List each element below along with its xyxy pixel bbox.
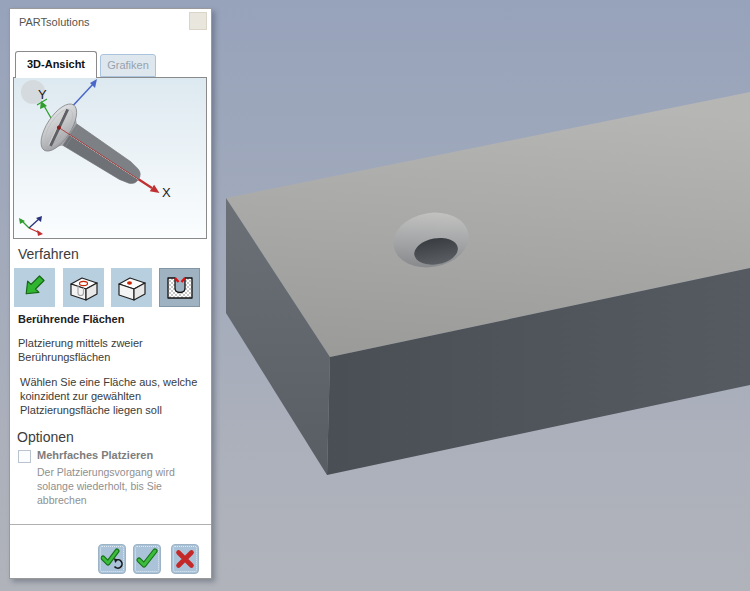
method-heading: Verfahren <box>18 246 79 262</box>
footer-buttons <box>10 539 211 579</box>
multiple-placement-label: Mehrfaches Platzieren <box>37 449 153 461</box>
panel-title-bar[interactable]: PARTsolutions <box>10 9 211 43</box>
method-contact-faces-button[interactable] <box>159 268 200 307</box>
axis-y-label: Y <box>38 87 47 102</box>
red-x-icon <box>173 547 197 571</box>
method-instruction: Wählen Sie eine Fläche aus, welche koinz… <box>20 375 198 417</box>
application-window: PARTsolutions 3D-Ansicht Grafiken <box>0 0 750 591</box>
cube-hidden-hole-icon <box>67 274 101 302</box>
method-toolbar <box>10 268 211 308</box>
tab-grafiken[interactable]: Grafiken <box>100 54 156 77</box>
apply-repeat-button[interactable] <box>98 544 126 574</box>
cube-point-icon <box>115 274 149 302</box>
check-repeat-icon <box>100 547 124 571</box>
footer-separator <box>10 524 211 525</box>
method-title: Berührende Flächen <box>18 313 124 325</box>
green-arrow-icon <box>18 274 52 302</box>
method-direct-placement-button[interactable] <box>14 268 55 307</box>
method-hidden-hole-button[interactable] <box>63 268 104 307</box>
method-point-placement-button[interactable] <box>111 268 152 307</box>
tab-3d-ansicht[interactable]: 3D-Ansicht <box>15 51 97 78</box>
axis-x-label: X <box>162 185 171 200</box>
groove-section-icon <box>163 274 197 302</box>
check-icon <box>135 547 159 571</box>
pin-button[interactable] <box>189 12 207 30</box>
method-description: Platzierung mittels zweier Berührungsflä… <box>18 336 178 364</box>
part-preview-3d[interactable]: Y <box>13 77 207 239</box>
panel-title: PARTsolutions <box>19 16 90 28</box>
screw-preview-image: Y <box>14 78 206 238</box>
partsolutions-panel: PARTsolutions 3D-Ansicht Grafiken <box>9 8 212 579</box>
multiple-placement-checkbox[interactable] <box>18 450 31 463</box>
multiple-placement-option: Mehrfaches Platzieren <box>18 449 153 463</box>
multiple-placement-description: Der Platzierungsvorgang wird solange wie… <box>37 465 209 507</box>
ok-button[interactable] <box>133 544 161 574</box>
cancel-button[interactable] <box>171 544 199 574</box>
options-heading: Optionen <box>17 429 74 445</box>
